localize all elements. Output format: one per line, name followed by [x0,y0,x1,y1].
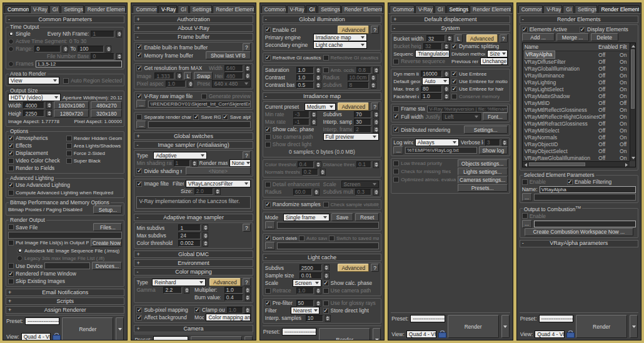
contrast-base-spinner[interactable] [316,82,321,89]
min-rate-spinner[interactable] [311,111,317,118]
dynamic-splitting-checkbox[interactable] [451,44,457,49]
view-select[interactable]: Quad 4 - VRayF [406,331,436,338]
vray-raw-image-checkbox[interactable] [136,94,142,99]
fb-width-field[interactable]: 640 [224,65,243,72]
separate-channels-checkbox[interactable] [136,114,142,120]
color-mapping-type-select[interactable]: Reinhard [152,279,206,286]
range-to-spinner[interactable] [106,46,111,52]
im-subdivs-field[interactable]: 70 [354,111,371,118]
element-enable-checkbox[interactable] [522,179,528,185]
help-button[interactable]: ? [500,34,508,42]
rollout-assign-renderer[interactable]: +Assign Renderer [6,306,124,314]
ao-spinner[interactable] [373,67,379,74]
tab-common[interactable]: Common [261,5,286,13]
lc-scale-select[interactable]: Screen [293,279,321,287]
render-to-fields-checkbox[interactable] [8,166,14,171]
lc-filter-select[interactable]: Nearest [291,307,319,314]
rollout-irradiance-map[interactable]: -Irradiance map [263,92,381,100]
tab-render-elements[interactable]: Render Elements [470,5,511,13]
detail-scale-select[interactable]: Screen [341,181,380,188]
show-log-button[interactable]: Show log [479,146,508,154]
vertical-scrollbar-thumb[interactable] [631,49,635,109]
element-row[interactable]: VRayLightSelectOffOn [523,86,629,92]
files-button[interactable]: Files... [93,223,122,231]
element-row[interactable]: VRayMatteShadowOffOn [523,92,629,99]
legacy-ifl-radio[interactable] [17,256,23,261]
width-field[interactable]: 4000 [23,102,44,109]
reflective-caustics-checkbox[interactable] [323,55,329,61]
rollout-default-displacement[interactable]: +Default displacement [391,16,510,23]
fb-height-spinner[interactable] [245,72,251,79]
fb-height-field[interactable]: 480 [224,72,243,79]
height-spinner[interactable] [46,110,52,117]
interp-samples-field[interactable]: 30 [354,119,371,126]
im-file-field[interactable] [277,222,379,229]
tab-v-ray[interactable]: V-Ray [287,5,306,13]
use-embree-checkbox[interactable] [451,71,457,77]
render-menu-arrow-button[interactable] [501,315,510,338]
element-row[interactable]: VRayObjectSelectOffOn [523,147,629,154]
image-aspect-field[interactable]: 1.333 [154,72,174,79]
nth-frame-spinner[interactable] [116,31,122,37]
saturation-field[interactable]: 1.0 [296,67,314,74]
fb-width-spinner[interactable] [245,65,251,72]
reverse-sequence-checkbox[interactable] [393,59,399,64]
current-preset-select[interactable]: Medium [304,103,336,111]
multiplier-field[interactable]: 1.0 [224,287,243,294]
auto-save-checkbox[interactable] [299,236,304,241]
filter-size-field[interactable]: 2.0 [194,188,213,195]
dyn-mem-limit-spinner[interactable] [444,71,450,77]
range-radio[interactable] [8,46,14,52]
previous-render-select[interactable]: Unchange [480,57,508,65]
max-subdivs-field[interactable]: 24 [178,232,201,239]
effects-checkbox[interactable] [8,143,14,149]
enable-gi-checkbox[interactable] [265,27,271,32]
tab-settings[interactable]: Settings [575,5,597,13]
subdivs-mult-spinner[interactable] [373,189,379,196]
help-button[interactable]: ? [243,224,251,232]
lock-view-icon[interactable] [53,333,59,340]
clamp-output-checkbox[interactable] [194,307,200,313]
subdivs-mult-field[interactable]: 0.3 [355,189,371,196]
image-aspect-spinner[interactable] [176,72,182,79]
retrace-field[interactable]: 1.0 [296,287,314,294]
save-rgb-checkbox[interactable] [193,114,199,120]
combustion-enable-checkbox[interactable] [522,213,528,219]
tab-settings[interactable]: Settings [446,5,469,13]
default-geometry-select[interactable]: Auto [422,77,450,85]
bucket-width-spinner[interactable] [447,35,453,42]
rendered-frame-window-checkbox[interactable] [8,271,14,277]
im-color-threshold-spinner[interactable] [316,161,321,168]
distance-threshold-field[interactable]: 0.1 [356,161,371,168]
cameras-settings-button[interactable]: Cameras settings... [458,176,508,184]
max-tree-depth-field[interactable]: 80 [421,86,442,92]
bucket-lock-button[interactable]: L [455,34,463,42]
bitmap-setup-button[interactable]: Setup... [93,206,122,214]
lc-advanced-button[interactable]: Advanced [338,264,369,272]
use-camera-path-checkbox[interactable] [265,134,271,140]
retrace-checkbox[interactable] [265,288,271,294]
tab-render-elements[interactable]: Render Elements [84,5,126,13]
tab-render-elements[interactable]: Render Elements [213,5,254,13]
generate-preview-checkbox[interactable] [201,94,207,99]
tab-gi[interactable]: GI [563,5,574,13]
lc-interp-samples-field[interactable]: 10 [306,315,323,322]
rollout-global-illumination[interactable]: -Global illumination [263,16,381,23]
dont-delete-checkbox[interactable] [265,236,271,241]
distributed-rendering-checkbox[interactable] [393,127,399,132]
lock-view-icon[interactable] [566,331,573,338]
glossy-rays-checkbox[interactable] [323,301,329,306]
range-from-field[interactable]: 0 [34,46,61,52]
view-select[interactable]: Quad 4 - VRayF [535,331,565,338]
color-threshold-field[interactable]: 0.002 [178,240,201,247]
lc-use-camera-path-checkbox[interactable] [323,288,329,294]
min-shading-rate-field[interactable]: 1 [174,160,190,167]
element-row[interactable]: VRayDiffuseFilterOffOn [523,58,629,65]
help-button[interactable]: ? [371,26,379,34]
tab-settings[interactable]: Settings [318,5,340,13]
low-thread-priority-checkbox[interactable] [393,161,399,166]
filter-size-spinner[interactable] [215,188,221,195]
channels-path-field[interactable] [148,121,250,128]
merge-element-button[interactable]: Merge ... [556,33,589,41]
save-file-path-field[interactable] [8,232,122,239]
